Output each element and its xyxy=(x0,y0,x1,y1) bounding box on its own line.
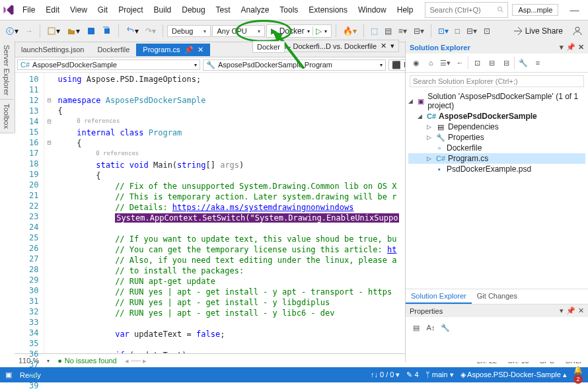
server-explorer-tab[interactable]: Server Explorer xyxy=(0,41,13,100)
nav-class-dropdown[interactable]: 🔧AsposePsdDockerSample.Program xyxy=(203,59,386,71)
run-target-dropdown[interactable]: ▶ Docker▾ ▷▾ xyxy=(266,24,332,38)
svg-marker-0 xyxy=(4,7,6,14)
se-refresh-icon[interactable]: ⊟ xyxy=(485,56,498,69)
pin-icon[interactable]: 📌 xyxy=(184,46,194,54)
annotation-tooltip: Docker xyxy=(252,41,285,53)
config-dropdown[interactable]: Debug xyxy=(167,25,211,37)
tool-icon-3[interactable]: ≡▾ xyxy=(396,24,410,38)
tool-icon-5[interactable]: ⊡▾ xyxy=(435,24,451,38)
tree-project[interactable]: ◢C#AsposePsdDockerSample xyxy=(408,111,585,122)
account-icon[interactable] xyxy=(570,23,585,39)
repo-indicator[interactable]: ◈ Aspose.PSD-Docker-Sample ▴ xyxy=(460,371,567,379)
svg-line-3 xyxy=(501,11,503,13)
panel-dropdown-icon[interactable]: ▾ xyxy=(560,43,564,52)
se-home-icon[interactable]: ◉ xyxy=(410,56,423,69)
warning-count[interactable]: ✎ 4 xyxy=(406,371,418,379)
se-toolbar: ◉ ⌂ ☰▾ ← ⊡ ⊟ ⊟ 🔧 ≡ xyxy=(406,53,588,73)
se-sync-icon[interactable]: ☰▾ xyxy=(439,56,452,69)
menu-edit[interactable]: Edit xyxy=(40,3,65,17)
error-count[interactable]: ↑↓ 0 / 0 ▾ xyxy=(371,371,400,379)
tree-solution-root[interactable]: ◢▣Solution 'AsposePsdDockerSample' (1 of… xyxy=(408,91,585,111)
menu-git[interactable]: Git xyxy=(92,3,113,17)
menu-debug[interactable]: Debug xyxy=(176,3,210,17)
props-az-icon[interactable]: A↕ xyxy=(424,321,437,334)
search-icon xyxy=(497,6,505,14)
menu-test[interactable]: Test xyxy=(211,3,236,17)
svg-marker-1 xyxy=(7,5,14,15)
tab-launchsettings[interactable]: launchSettings.json xyxy=(15,44,91,55)
fold-gutter[interactable]: ⊟ ⊟ ⊟ xyxy=(44,73,54,353)
solution-explorer-panel: Solution Explorer ▾📌✕ ◉ ⌂ ☰▾ ← ⊡ ⊟ ⊟ 🔧 ≡… xyxy=(405,41,588,362)
tool-icon-1[interactable]: ⬚ xyxy=(368,24,381,38)
live-share-icon xyxy=(513,26,523,36)
live-share-button[interactable]: Live Share xyxy=(508,24,568,38)
nav-fwd-button[interactable]: → xyxy=(22,24,36,38)
close-panel-icon[interactable]: ✕ xyxy=(578,43,584,52)
solution-explorer-title: Solution Explorer ▾📌✕ xyxy=(406,41,588,53)
menu-window[interactable]: Window xyxy=(353,3,392,17)
play-icon: ▶ xyxy=(271,26,277,36)
title-bar: FileEditViewGitProjectBuildDebugTestAnal… xyxy=(0,0,588,20)
se-search-input[interactable]: Search Solution Explorer (Ctrl+;) xyxy=(410,75,584,87)
tree-psd-file[interactable]: ▪PsdDockerExample.psd xyxy=(408,164,585,174)
undo-button[interactable]: ▾ xyxy=(123,24,141,38)
tab-dockerfile[interactable]: Dockerfile xyxy=(91,44,136,55)
vs-logo-icon xyxy=(3,1,15,19)
minimize-button[interactable]: — xyxy=(562,1,586,19)
menu-build[interactable]: Build xyxy=(149,3,177,17)
tool-icon-6[interactable]: □ xyxy=(453,24,462,38)
tool-icon-4[interactable]: ⊟▾ xyxy=(411,24,427,38)
issues-indicator[interactable]: ● No issues found xyxy=(57,357,117,365)
platform-dropdown[interactable]: Any CPU xyxy=(212,25,264,37)
menu-file[interactable]: File xyxy=(17,3,40,17)
nav-project-dropdown[interactable]: C#AsposePsdDockerSample xyxy=(17,59,200,70)
svg-point-4 xyxy=(7,28,14,35)
se-props-icon[interactable]: 🔧 xyxy=(514,56,530,69)
tree-dockerfile[interactable]: ▫Dockerfile xyxy=(408,143,585,153)
tree-properties[interactable]: ▷🔧Properties xyxy=(408,132,585,143)
props-wrench-icon[interactable]: 🔧 xyxy=(439,321,452,334)
menu-analyze[interactable]: Analyze xyxy=(236,3,275,17)
redo-button[interactable]: ↷▾ xyxy=(143,24,159,38)
menu-view[interactable]: View xyxy=(65,3,92,17)
nav-back-button[interactable]: ▾ xyxy=(3,24,21,38)
save-all-button[interactable] xyxy=(100,24,114,38)
se-back-icon[interactable]: ← xyxy=(453,56,466,69)
tab-program-cs[interactable]: Program.cs 📌 ✕ xyxy=(136,44,209,56)
pin-panel-icon[interactable]: 📌 xyxy=(566,43,575,52)
se-home-icon2[interactable]: ⌂ xyxy=(424,56,437,69)
save-button[interactable] xyxy=(84,24,98,38)
tree-program-cs[interactable]: ▷C#Program.cs xyxy=(408,153,585,164)
tool-icon-2[interactable]: ▤ xyxy=(382,24,394,38)
toolbox-tab[interactable]: Toolbox xyxy=(0,100,13,133)
close-tab-icon[interactable]: ✕ xyxy=(198,46,203,54)
menu-extensions[interactable]: Extensions xyxy=(303,3,353,17)
quick-search[interactable] xyxy=(425,2,508,18)
tree-dependencies[interactable]: ▷▤Dependencies xyxy=(408,122,585,132)
tool-icon-7[interactable]: ⊟▾ xyxy=(464,24,480,38)
quick-search-input[interactable] xyxy=(428,5,497,15)
hot-reload-button[interactable]: 🔥▾ xyxy=(340,24,359,38)
props-cat-icon[interactable]: ▤ xyxy=(410,321,423,334)
se-collapse-icon[interactable]: ⊟ xyxy=(499,56,513,69)
close-diff-icon[interactable]: ✕ xyxy=(381,42,386,50)
svg-point-6 xyxy=(575,27,579,31)
tool-icon-8[interactable]: ⊡ xyxy=(481,24,493,38)
solution-tree[interactable]: ◢▣Solution 'AsposePsdDockerSample' (1 of… xyxy=(406,90,588,289)
line-number-gutter: 1011121314151617181920212223242526272829… xyxy=(26,73,44,353)
status-bar: ▣ Ready ↑↓ 0 / 0 ▾ ✎ 4 ᛘ main ▾ ◈ Aspose… xyxy=(0,367,588,382)
menu-tools[interactable]: Tools xyxy=(274,3,303,17)
se-tool-icon[interactable]: ⊡ xyxy=(468,56,484,69)
open-button[interactable]: ▾ xyxy=(64,24,83,38)
new-button[interactable]: ▾ xyxy=(44,24,63,38)
menu-help[interactable]: Help xyxy=(392,3,419,17)
tab-git-changes[interactable]: Git Changes xyxy=(472,289,523,304)
se-view-icon[interactable]: ≡ xyxy=(531,56,544,69)
tab-solution-explorer[interactable]: Solution Explorer xyxy=(406,289,472,304)
notifications-icon[interactable]: 🔔2 xyxy=(573,366,583,384)
status-output-icon[interactable]: ▣ xyxy=(5,371,12,379)
solution-name[interactable]: Asp...mple xyxy=(512,4,558,16)
menu-project[interactable]: Project xyxy=(113,3,148,17)
branch-indicator[interactable]: ᛘ main ▾ xyxy=(425,371,454,379)
svg-point-2 xyxy=(498,7,502,11)
